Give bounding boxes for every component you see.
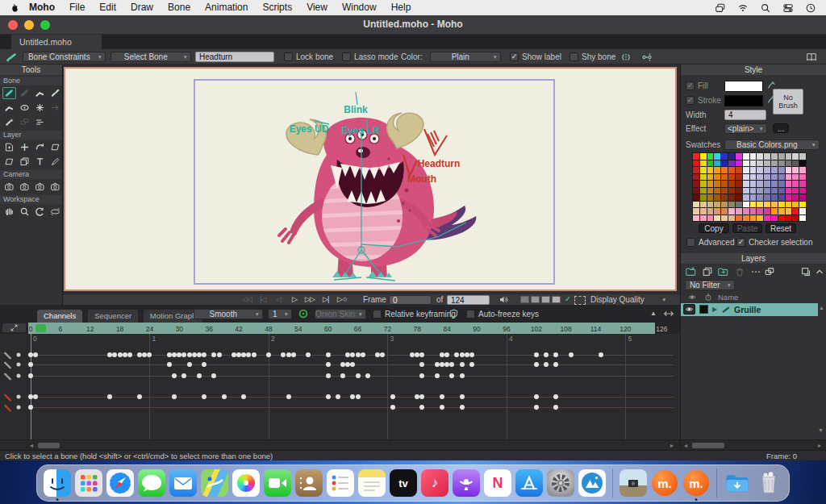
color-swatch[interactable] (714, 202, 720, 208)
color-swatch[interactable] (707, 167, 714, 173)
keyframe-dot[interactable] (410, 352, 415, 357)
keyframe-dot[interactable] (28, 394, 33, 399)
menu-scripts[interactable]: Scripts (255, 0, 299, 15)
keyframe-dot[interactable] (33, 394, 38, 399)
color-swatch[interactable] (743, 208, 749, 215)
reset-style-button[interactable]: Reset (766, 223, 796, 233)
color-swatch[interactable] (707, 202, 714, 208)
keyframe-dot[interactable] (544, 362, 549, 367)
color-swatch[interactable] (771, 174, 778, 181)
dock-notes-icon[interactable] (358, 469, 386, 497)
dock-messages-icon[interactable] (138, 469, 165, 497)
color-swatch[interactable] (700, 174, 707, 181)
color-swatch[interactable] (728, 181, 735, 187)
menu-bone[interactable]: Bone (161, 0, 198, 15)
quality-check-icon[interactable]: ✓ (565, 294, 571, 303)
dock-moho-icon[interactable]: m. (682, 469, 710, 497)
color-swatch[interactable] (792, 174, 799, 181)
timeline-collapse-icon[interactable]: ▲ (650, 310, 657, 317)
scroll-left-icon[interactable]: ◂ (684, 441, 687, 450)
color-swatch[interactable] (743, 160, 749, 167)
keyframe-dot[interactable] (469, 352, 474, 357)
color-swatch[interactable] (714, 153, 720, 160)
keyframe-dot[interactable] (356, 373, 361, 378)
zoom-workspace-tool[interactable] (18, 206, 31, 218)
keyframe-dot[interactable] (326, 373, 331, 378)
keyframe-dot[interactable] (350, 362, 355, 367)
color-swatch[interactable] (786, 202, 792, 208)
color-swatch[interactable] (721, 153, 728, 160)
keyframe-dot[interactable] (544, 352, 549, 357)
show-label-checkbox[interactable]: ✓Show label (510, 52, 561, 62)
color-swatch[interactable] (693, 194, 699, 201)
keyframe-dot[interactable] (553, 352, 558, 357)
protect-keys-icon[interactable] (448, 308, 459, 323)
keyframe-dot[interactable] (197, 373, 202, 378)
keyframe-dot[interactable] (172, 394, 177, 399)
color-swatch[interactable] (792, 160, 799, 167)
keyframe-dot[interactable] (419, 373, 424, 378)
keyframe-dot[interactable] (460, 394, 465, 399)
interpolation-dropdown[interactable]: Smooth▼ (194, 309, 263, 319)
keyframe-dot[interactable] (147, 352, 152, 357)
color-swatch[interactable] (736, 167, 742, 173)
flip-bone-h-icon[interactable] (620, 52, 632, 63)
color-swatch[interactable] (792, 194, 799, 201)
keyframe-dot[interactable] (211, 373, 216, 378)
keyframe-dot[interactable] (460, 352, 465, 357)
keyframe-dot[interactable] (252, 352, 257, 357)
color-swatch[interactable] (799, 181, 806, 187)
keyframe-dot[interactable] (534, 362, 539, 367)
keyframe-dot[interactable] (365, 373, 370, 378)
color-swatch[interactable] (799, 188, 806, 194)
interp-steps-dropdown[interactable]: 1▼ (268, 309, 292, 319)
target-bone-tool[interactable] (48, 102, 62, 114)
reparent-bone-tool[interactable] (2, 102, 16, 114)
color-swatch[interactable] (799, 215, 806, 222)
keyframe-dot[interactable] (460, 362, 465, 367)
color-swatch[interactable] (714, 174, 720, 181)
color-swatch[interactable] (799, 174, 806, 181)
layer-more-icon[interactable] (750, 266, 761, 277)
keyframe-dot[interactable] (28, 362, 33, 367)
color-swatch[interactable] (693, 181, 699, 187)
color-swatch[interactable] (700, 188, 707, 194)
color-swatch[interactable] (714, 160, 720, 167)
color-swatch[interactable] (764, 188, 770, 194)
workspace-canvas[interactable]: BlinkEyes UDEyes LRHeadturnMouth (64, 67, 677, 291)
bone-color-dropdown[interactable]: Plain▼ (430, 52, 501, 62)
color-swatch[interactable] (728, 208, 735, 215)
color-swatch[interactable] (714, 188, 720, 194)
keyframe-dot[interactable] (380, 352, 385, 357)
keyframe-dot[interactable] (127, 352, 132, 357)
lock-bone-checkbox[interactable]: Lock bone (284, 52, 333, 62)
menu-edit[interactable]: Edit (92, 0, 123, 15)
keyframe-dot[interactable] (137, 394, 142, 399)
color-swatch[interactable] (799, 167, 806, 173)
set-origin-tool[interactable] (2, 141, 16, 153)
color-swatch[interactable] (786, 208, 792, 215)
eyedropper-tool[interactable] (48, 156, 62, 168)
dock-trash-icon[interactable] (755, 469, 782, 497)
new-layer-icon[interactable] (685, 266, 696, 277)
manipulate-bones-tool[interactable] (33, 87, 47, 99)
step-forward-button[interactable]: ▷| (323, 294, 328, 305)
color-swatch[interactable] (736, 160, 742, 167)
color-swatch[interactable] (743, 167, 749, 173)
keyframe-dot[interactable] (469, 362, 474, 367)
keyframe-dot[interactable] (137, 352, 142, 357)
color-swatch[interactable] (764, 153, 770, 160)
swatches-dropdown[interactable]: Basic Colors.png▼ (724, 140, 820, 150)
color-swatch[interactable] (714, 208, 720, 215)
keyframe-dot[interactable] (192, 352, 197, 357)
playhead-marker[interactable] (35, 324, 46, 332)
keyframe-dot[interactable] (553, 362, 558, 367)
color-swatch[interactable] (757, 160, 763, 167)
color-swatch[interactable] (792, 215, 799, 222)
color-swatch[interactable] (764, 181, 770, 187)
keyframe-dot[interactable] (202, 352, 206, 357)
color-swatch[interactable] (743, 194, 749, 201)
color-swatch[interactable] (786, 181, 792, 187)
color-swatch[interactable] (750, 174, 757, 181)
color-swatch[interactable] (707, 160, 714, 167)
